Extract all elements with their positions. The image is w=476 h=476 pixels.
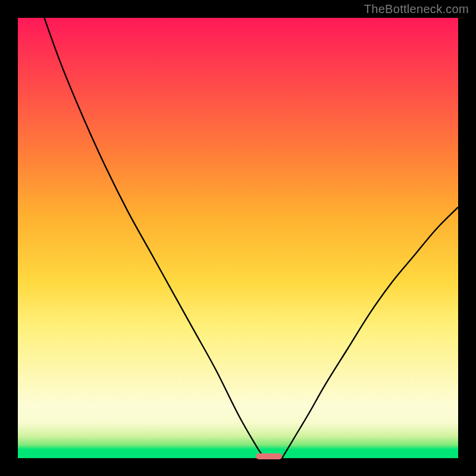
optimal-marker xyxy=(256,453,282,459)
chart-frame: TheBottleneck.com xyxy=(0,0,476,476)
watermark-text: TheBottleneck.com xyxy=(364,2,469,16)
curve-layer xyxy=(18,18,458,458)
plot-area xyxy=(18,18,458,458)
right-curve xyxy=(282,207,458,458)
left-curve xyxy=(44,18,264,458)
